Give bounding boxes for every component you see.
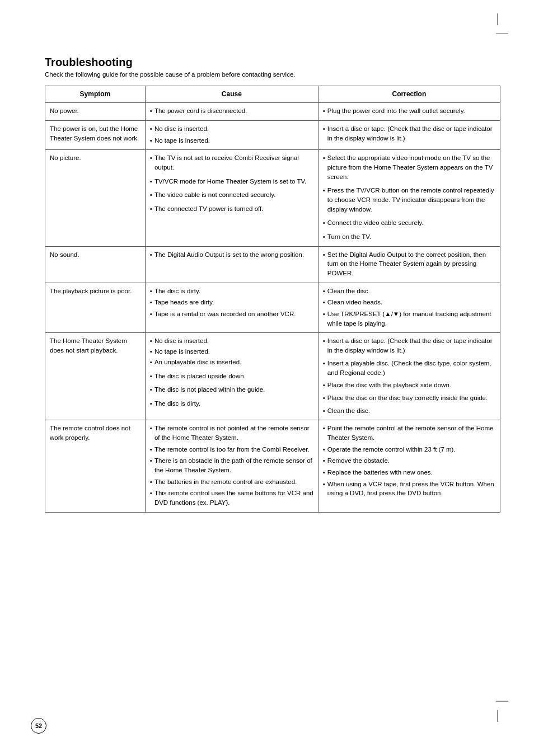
table-row: The remote control does not work properl… xyxy=(45,420,500,512)
symptom-cell: The remote control does not work properl… xyxy=(45,420,146,512)
list-item: •The disc is dirty. xyxy=(150,287,313,296)
list-item: •The remote control is not pointed at th… xyxy=(150,424,313,442)
list-item: •Tape heads are dirty. xyxy=(150,298,313,307)
correction-cell: •Insert a disc or tape. (Check that the … xyxy=(318,121,500,150)
list-item: •Remove the obstacle. xyxy=(323,456,495,466)
table-row: No picture.•The TV is not set to receive… xyxy=(45,150,500,246)
list-item: •The TV is not set to receive Combi Rece… xyxy=(150,153,313,172)
cause-cell: •The disc is dirty.•Tape heads are dirty… xyxy=(145,283,318,333)
list-item: •The disc is not placed within the guide… xyxy=(150,385,313,395)
symptom-cell: No sound. xyxy=(45,246,146,283)
page-number: 52 xyxy=(31,718,46,734)
table-row: No sound.•The Digital Audio Output is se… xyxy=(45,246,500,283)
list-item: •Place the disc on the disc tray correct… xyxy=(323,393,495,403)
list-item: •Tape is a rental or was recorded on ano… xyxy=(150,309,313,319)
page-subtitle: Check the following guide for the possib… xyxy=(45,71,500,78)
symptom-cell: The playback picture is poor. xyxy=(45,283,146,333)
table-row: The Home Theater System does not start p… xyxy=(45,333,500,420)
cause-cell: •The remote control is not pointed at th… xyxy=(145,420,318,512)
list-item: •No disc is inserted.•No tape is inserte… xyxy=(150,336,313,356)
correction-cell: •Select the appropriate video input mode… xyxy=(318,150,500,246)
list-item: •Insert a playable disc. (Check the disc… xyxy=(323,359,495,377)
correction-cell: •Point the remote control at the remote … xyxy=(318,420,500,512)
corner-mark-top: |— xyxy=(496,11,507,40)
list-item: •Press the TV/VCR button on the remote c… xyxy=(323,186,495,214)
table-row: The power is on, but the Home Theater Sy… xyxy=(45,121,500,150)
correction-cell: •Insert a disc or tape. (Check that the … xyxy=(318,333,500,420)
list-item: •The remote control is too far from the … xyxy=(150,445,313,454)
list-item: •The disc is placed upside down. xyxy=(150,372,313,381)
list-item: •There is an obstacle in the path of the… xyxy=(150,456,313,475)
symptom-cell: The Home Theater System does not start p… xyxy=(45,333,146,420)
symptom-cell: The power is on, but the Home Theater Sy… xyxy=(45,121,146,150)
header-symptom: Symptom xyxy=(45,86,146,103)
list-item: •This remote control uses the same butto… xyxy=(150,489,313,507)
list-item: •Plug the power cord into the wall outle… xyxy=(323,106,495,116)
list-item: •Set the Digital Audio Output to the cor… xyxy=(323,250,495,278)
list-item: •The video cable is not connected secure… xyxy=(150,190,313,200)
cause-cell: •No disc is inserted.•No tape is inserte… xyxy=(145,121,318,150)
cause-cell: •The Digital Audio Output is set to the … xyxy=(145,246,318,283)
cause-cell: •The power cord is disconnected. xyxy=(145,103,318,121)
list-item: •The batteries in the remote control are… xyxy=(150,477,313,487)
cause-cell: •No disc is inserted.•No tape is inserte… xyxy=(145,333,318,420)
list-item: •The power cord is disconnected. xyxy=(150,106,313,116)
list-item: •An unplayable disc is inserted. xyxy=(150,358,313,367)
symptom-cell: No power. xyxy=(45,103,146,121)
list-item: •No tape is inserted. xyxy=(150,136,313,145)
list-item: •The connected TV power is turned off. xyxy=(150,204,313,214)
list-item: •When using a VCR tape, first press the … xyxy=(323,480,495,498)
page-title: Troubleshooting xyxy=(45,56,500,69)
list-item: •Select the appropriate video input mode… xyxy=(323,153,495,181)
table-row: The playback picture is poor.•The disc i… xyxy=(45,283,500,333)
corner-mark-bottom: —| xyxy=(496,693,507,722)
list-item: •Insert a disc or tape. (Check that the … xyxy=(323,124,495,143)
list-item: •Turn on the TV. xyxy=(323,232,495,242)
list-item: •The disc is dirty. xyxy=(150,399,313,408)
table-row: No power.•The power cord is disconnected… xyxy=(45,103,500,121)
list-item: •Insert a disc or tape. (Check that the … xyxy=(323,336,495,355)
list-item: •No disc is inserted. xyxy=(150,124,313,134)
list-item: •Clean the disc. xyxy=(323,287,495,296)
list-item: •Operate the remote control within 23 ft… xyxy=(323,445,495,454)
list-item: •Point the remote control at the remote … xyxy=(323,424,495,442)
list-item: •Replace the batteries with new ones. xyxy=(323,468,495,477)
list-item: •Use TRK/PRESET (▲/▼) for manual trackin… xyxy=(323,309,495,328)
correction-cell: •Clean the disc.•Clean video heads.•Use … xyxy=(318,283,500,333)
troubleshooting-table: Symptom Cause Correction No power.•The p… xyxy=(45,86,500,513)
header-correction: Correction xyxy=(318,86,500,103)
list-item: •Clean video heads. xyxy=(323,298,495,307)
list-item: •TV/VCR mode for Home Theater System is … xyxy=(150,177,313,186)
symptom-cell: No picture. xyxy=(45,150,146,246)
list-item: •The Digital Audio Output is set to the … xyxy=(150,250,313,260)
list-item: •Connect the video cable securely. xyxy=(323,218,495,228)
cause-cell: •The TV is not set to receive Combi Rece… xyxy=(145,150,318,246)
list-item: •Clean the disc. xyxy=(323,406,495,416)
correction-cell: •Plug the power cord into the wall outle… xyxy=(318,103,500,121)
header-cause: Cause xyxy=(145,86,318,103)
list-item: •Place the disc with the playback side d… xyxy=(323,381,495,390)
correction-cell: •Set the Digital Audio Output to the cor… xyxy=(318,246,500,283)
